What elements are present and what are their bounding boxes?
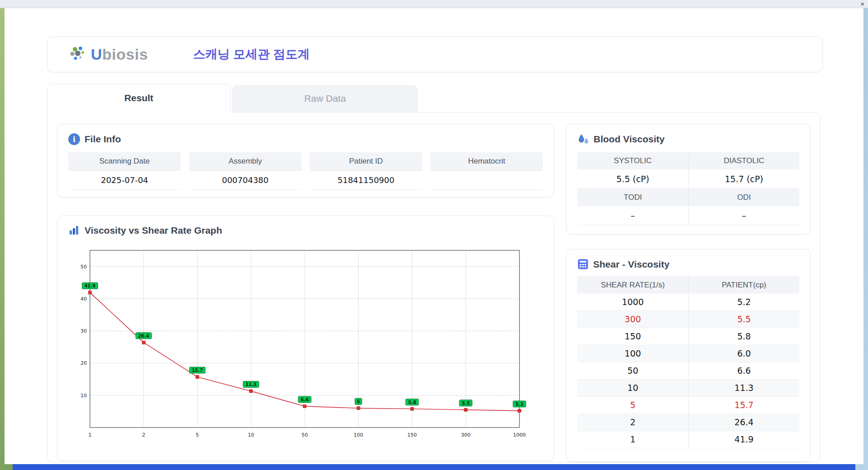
svg-text:1000: 1000: [513, 432, 526, 438]
data-point-marker: [196, 376, 199, 379]
file-info-title: File Info: [85, 134, 121, 145]
field-label: Patient ID: [310, 152, 422, 171]
todi-value: –: [577, 206, 689, 226]
file-info-fields: Scanning Date2025-07-04Assembly000704380…: [57, 150, 554, 190]
data-points: 41.926.415.711.36.665.85.55.2: [82, 282, 526, 412]
point-value-label: 6.6: [301, 397, 309, 402]
odi-value: –: [689, 206, 800, 226]
shear-rate-cell: 300: [577, 311, 689, 328]
shear-viscosity-row: 141.9: [577, 431, 799, 448]
field-value: 000704380: [189, 171, 302, 190]
viscosity-graph-card: Viscosity vs Shear Rate Graph 1020304050…: [57, 216, 554, 461]
shear-rate-cell: 5: [577, 397, 689, 414]
diastolic-value: 15.7 (cP): [689, 169, 800, 189]
bar-chart-icon: [68, 225, 80, 236]
svg-text:100: 100: [354, 432, 363, 438]
blood-viscosity-grid: SYSTOLIC DIASTOLIC 5.5 (cP) 15.7 (cP) TO…: [577, 152, 799, 226]
svg-text:50: 50: [80, 264, 87, 270]
file-info-field: Patient ID51841150900: [310, 152, 422, 190]
patient-cp-cell: 26.4: [689, 414, 800, 431]
app-title: 스캐닝 모세관 점도계: [193, 46, 310, 62]
diastolic-label: DIASTOLIC: [689, 152, 800, 169]
field-value: [430, 171, 543, 190]
shear-rate-cell: 100: [577, 345, 689, 362]
svg-text:10: 10: [80, 393, 87, 399]
shear-viscosity-table: SHEAR RATE(1/s) PATIENT(cp) 10005.23005.…: [577, 276, 799, 448]
shear-rate-column-header: SHEAR RATE(1/s): [577, 276, 689, 294]
window-title-strip: ×: [0, 0, 868, 8]
patient-cp-cell: 6.6: [689, 362, 800, 379]
file-info-card: i File Info Scanning Date2025-07-04Assem…: [57, 124, 554, 197]
point-value-label: 6: [357, 399, 360, 404]
data-point-marker: [250, 390, 253, 393]
point-value-label: 11.3: [245, 382, 257, 387]
header-card: Ubiosis 스캐닝 모세관 점도계: [47, 36, 823, 72]
field-label: Hematocrit: [430, 152, 543, 171]
data-point-marker: [303, 404, 307, 408]
shear-viscosity-row: 1011.3: [577, 380, 799, 397]
shear-viscosity-card: Shear - Viscosity SHEAR RATE(1/s) PATIEN…: [566, 249, 811, 462]
svg-text:300: 300: [461, 432, 471, 438]
result-panel: i File Info Scanning Date2025-07-04Assem…: [47, 112, 821, 462]
blood-viscosity-title: Blood Viscosity: [594, 134, 665, 145]
patient-cp-cell: 11.3: [689, 380, 800, 396]
field-label: Scanning Date: [68, 152, 181, 171]
shear-rate-cell: 2: [577, 414, 689, 431]
data-point-marker: [89, 291, 92, 294]
patient-cp-cell: 6.0: [689, 345, 800, 362]
desktop-background: × Ubiosis 스캐닝 모세관 점도계 Raw Data Resul: [0, 0, 868, 470]
point-value-label: 15.7: [192, 368, 203, 373]
field-value: 51841150900: [310, 171, 422, 190]
shear-rate-cell: 1: [577, 431, 689, 448]
data-point-marker: [464, 408, 467, 411]
field-label: Assembly: [189, 152, 302, 171]
svg-text:30: 30: [80, 328, 87, 334]
field-value: 2025-07-04: [68, 171, 181, 190]
point-value-label: 41.9: [85, 283, 96, 288]
point-value-label: 5.2: [515, 402, 524, 407]
graph-title: Viscosity vs Shear Rate Graph: [85, 225, 222, 236]
data-point-marker: [142, 341, 145, 344]
file-info-field: Scanning Date2025-07-04: [68, 152, 181, 190]
app-window: Ubiosis 스캐닝 모세관 점도계 Raw Data Result i Fi…: [5, 8, 863, 464]
table-body: 10005.23005.51505.81006.0506.61011.3515.…: [577, 294, 799, 448]
patient-cp-cell: 5.8: [689, 328, 800, 345]
point-value-label: 5.5: [462, 401, 470, 406]
patient-cp-cell: 5.2: [689, 294, 800, 310]
shear-viscosity-row: 3005.5: [577, 311, 799, 328]
shear-viscosity-row: 1006.0: [577, 345, 799, 362]
viscosity-shear-chart: 10203040501251050100150300100041.926.415…: [73, 243, 530, 451]
shear-viscosity-row: 515.7: [577, 397, 799, 414]
shear-viscosity-row: 226.4: [577, 414, 799, 431]
data-point-marker: [518, 409, 521, 412]
svg-text:40: 40: [80, 296, 87, 302]
table-header-row: SHEAR RATE(1/s) PATIENT(cp): [577, 276, 799, 294]
svg-text:20: 20: [80, 360, 87, 366]
shear-rate-cell: 1000: [577, 294, 689, 310]
data-point-marker: [357, 407, 360, 410]
shear-rate-cell: 150: [577, 328, 689, 345]
systolic-value: 5.5 (cP): [577, 169, 689, 189]
tab-result[interactable]: Result: [47, 84, 231, 113]
shear-viscosity-row: 1505.8: [577, 328, 799, 345]
svg-text:50: 50: [302, 432, 308, 438]
logo-text: Ubiosis: [91, 46, 148, 63]
point-value-label: 5.8: [408, 400, 416, 405]
tab-raw-data[interactable]: Raw Data: [232, 85, 418, 112]
close-icon[interactable]: ×: [860, 0, 864, 8]
todi-label: TODI: [577, 189, 689, 206]
shear-rate-cell: 50: [577, 362, 689, 379]
data-point-marker: [410, 407, 414, 410]
patient-cp-cell: 41.9: [689, 431, 800, 448]
svg-text:5: 5: [196, 432, 199, 438]
table-grid-icon: [577, 258, 589, 270]
shear-viscosity-row: 506.6: [577, 362, 799, 380]
logo-dots-icon: [68, 45, 88, 63]
odi-label: ODI: [689, 189, 800, 206]
point-value-label: 26.4: [138, 334, 149, 338]
systolic-label: SYSTOLIC: [577, 152, 689, 169]
svg-text:150: 150: [407, 432, 417, 438]
blood-viscosity-card: Blood Viscosity SYSTOLIC DIASTOLIC 5.5 (…: [566, 124, 811, 235]
ubiosis-logo: Ubiosis: [68, 45, 148, 63]
file-info-field: Hematocrit: [430, 152, 543, 190]
